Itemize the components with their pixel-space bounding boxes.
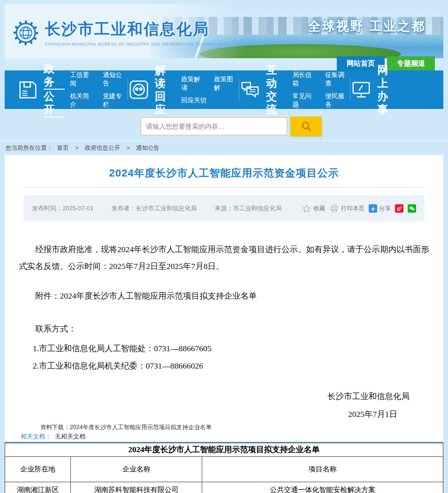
main-nav: 政务 公开 工信要闻 通知公告 机关简介 党建专栏 解读 回应: [5, 70, 443, 109]
nav-link-bianmin-fuwu[interactable]: 便民服务: [325, 92, 350, 109]
article-meta-bar: 发布时间：2025-07-01 发布者：长沙市工业和信息化局 来源：市工业和信息…: [23, 195, 425, 222]
related-docs-value: 无相关文档: [55, 433, 85, 440]
site-title-block: 长沙市工业和信息化局 CHANGSHA MUNICIPAL BUREAU OF …: [45, 19, 227, 46]
article-content: 2024年度长沙市人工智能应用示范资金项目公示 发布时间：2025-07-01 …: [5, 155, 443, 493]
cell-project: 公共交通一体化智能安检解决方案: [202, 482, 443, 493]
breadcrumb-separator: >: [126, 145, 129, 151]
paragraph-announcement: 经报市政府批准，现将2024年长沙市人工智能应用示范资金项目进行公示。如有异议，…: [19, 241, 429, 275]
nav-link-changjian-wenti[interactable]: 常见问题: [292, 92, 317, 109]
table-row: 湖南湘江新区 湖南苏科智能科技有限公司 公共交通一体化智能安检解决方案: [5, 482, 443, 493]
related-docs-label: 相关文档：: [21, 433, 51, 440]
banner-slogan: 全球视野 工业之都: [308, 18, 425, 35]
table-title: 2024年度长沙市人工智能应用示范项目拟支持企业名单: [5, 443, 443, 456]
related-docs-line: 相关文档：无相关文档: [19, 433, 429, 440]
nav-title-wangshang-banshi[interactable]: 网上 办事: [377, 63, 398, 116]
publisher: 发布者：长沙市工业和信息化局: [112, 204, 197, 213]
paragraph-phone-discipline: 2.市工业和信息化局机关纪委：0731—88666026: [19, 360, 429, 372]
nav-group-interpretation: 解读 回应 政策解读 政策图解 回应关切: [128, 63, 239, 116]
search-icon: [300, 120, 312, 132]
print-button[interactable]: 打印本页: [329, 204, 364, 214]
publish-time: 发布时间：2025-07-01: [32, 204, 94, 213]
article-body: 经报市政府批准，现将2024年长沙市人工智能应用示范资金项目进行公示。如有异议，…: [19, 241, 429, 420]
download-label: 资料下载：: [40, 424, 70, 431]
cell-location: 湖南湘江新区: [5, 482, 71, 493]
weibo-share-icon[interactable]: [395, 204, 403, 213]
search-button[interactable]: [290, 116, 322, 136]
printer-icon: [329, 204, 339, 214]
share-plus-icon: +: [369, 204, 377, 213]
attachment-table-section: 2024年度长沙市人工智能应用示范项目拟支持企业名单 企业所在地 企业名称 项目…: [5, 442, 443, 493]
nav-title-zhengwu-gongkai[interactable]: 政务 公开: [44, 62, 65, 117]
site-logo-block: 长沙市工业和信息化局 CHANGSHA MUNICIPAL BUREAU OF …: [12, 19, 227, 46]
nav-link-tongzhi-gonggao[interactable]: 通知公告: [103, 71, 128, 88]
download-line: 资料下载：2024年度长沙市人工智能应用示范项目拟支持企业名单: [19, 424, 429, 431]
signature-date: 2025年7月1日: [19, 408, 429, 420]
paragraph-attachment: 附件：2024年度长沙市人工智能应用示范项目拟支持企业名单: [19, 290, 429, 302]
attachment-table: 2024年度长沙市人工智能应用示范项目拟支持企业名单 企业所在地 企业名称 项目…: [5, 443, 443, 493]
chat-bubbles-icon: [239, 79, 261, 100]
nav-link-dangjian-zhuanlan[interactable]: 党建专栏: [103, 92, 128, 109]
signature-organization: 长沙市工业和信息化局: [19, 391, 429, 402]
table-title-row: 2024年度长沙市人工智能应用示范项目拟支持企业名单: [5, 443, 443, 456]
source: 来源：市工业和信息化局: [215, 204, 282, 213]
favorite-button[interactable]: 收藏: [302, 204, 325, 214]
col-header-project: 项目名称: [202, 456, 443, 482]
nav-link-zhengce-tujie[interactable]: 政策图解: [214, 75, 239, 92]
nav-link-zhengji-diaocha[interactable]: 征集调查: [325, 71, 350, 88]
star-icon: [302, 204, 311, 214]
breadcrumb-label: 您当前所在位置：: [6, 145, 53, 151]
nav-link-gongxin-yaowen[interactable]: 工信要闻: [70, 71, 95, 88]
table-header-row: 企业所在地 企业名称 项目名称: [5, 456, 443, 482]
nav-link-juzhang-xinxiang[interactable]: 局长信箱: [292, 71, 317, 88]
nav-title-hudong-jiaoliu[interactable]: 互动 交流: [266, 63, 287, 116]
nav-links-group-3: 局长信箱 征集调查 常见问题 便民服务: [292, 71, 350, 109]
breadcrumb-gov-info[interactable]: 政府信息公开: [85, 145, 120, 151]
site-title: 长沙市工业和信息化局: [45, 19, 227, 40]
search-input[interactable]: [141, 117, 287, 135]
breadcrumb-separator: >: [75, 145, 78, 151]
paragraph-phone-ai-office: 1.市工业和信息化局人工智能处：0731—88667605: [19, 343, 429, 354]
nav-link-zhengce-jiedu[interactable]: 政策解读: [181, 75, 206, 92]
site-banner: 长沙市工业和信息化局 CHANGSHA MUNICIPAL BUREAU OF …: [5, 4, 443, 70]
col-header-company: 企业名称: [71, 456, 202, 482]
nav-title-jiedu-huiying[interactable]: 解读 回应: [155, 63, 176, 116]
breadcrumb-notices[interactable]: 通知公告: [136, 145, 159, 151]
share-button[interactable]: + 分享: [369, 204, 391, 213]
article-actions: 收藏 打印本页 + 分享: [302, 204, 416, 214]
monitor-icon: [350, 79, 372, 100]
cell-company: 湖南苏科智能科技有限公司: [71, 482, 202, 493]
nav-links-group-2: 政策解读 政策图解 回应关切: [181, 75, 239, 105]
nav-group-interaction: 互动 交流 局长信箱 征集调查 常见问题 便民服务: [239, 63, 350, 116]
nav-group-government-affairs: 政务 公开 工信要闻 通知公告 机关简介 党建专栏: [17, 62, 128, 117]
article-title: 2024年度长沙市人工智能应用示范资金项目公示: [23, 166, 425, 180]
smiley-face-icon: [128, 79, 150, 100]
breadcrumb: 您当前所在位置： 首页 > 政府信息公开 > 通知公告: [0, 140, 448, 152]
breadcrumb-home[interactable]: 首页: [57, 145, 68, 151]
site-subtitle: CHANGSHA MUNICIPAL BUREAU OF INDUSTRY AN…: [45, 42, 227, 46]
nav-links-group-1: 工信要闻 通知公告 机关简介 党建专栏: [70, 71, 128, 109]
paragraph-contact-heading: 联系方式：: [19, 323, 429, 335]
download-attachment-link[interactable]: 2024年度长沙市人工智能应用示范项目拟支持企业名单: [70, 424, 212, 431]
title-divider: [23, 187, 425, 188]
gear-globe-logo-icon: [12, 19, 39, 46]
nav-link-jiguan-jianjie[interactable]: 机关简介: [70, 92, 95, 109]
wechat-share-icon[interactable]: [408, 204, 416, 213]
col-header-location: 企业所在地: [5, 456, 71, 482]
nav-link-huiying-guanqie[interactable]: 回应关切: [181, 96, 206, 105]
floppy-disk-icon: [17, 79, 38, 100]
nav-group-online-services: 网上 办事: [350, 63, 398, 116]
